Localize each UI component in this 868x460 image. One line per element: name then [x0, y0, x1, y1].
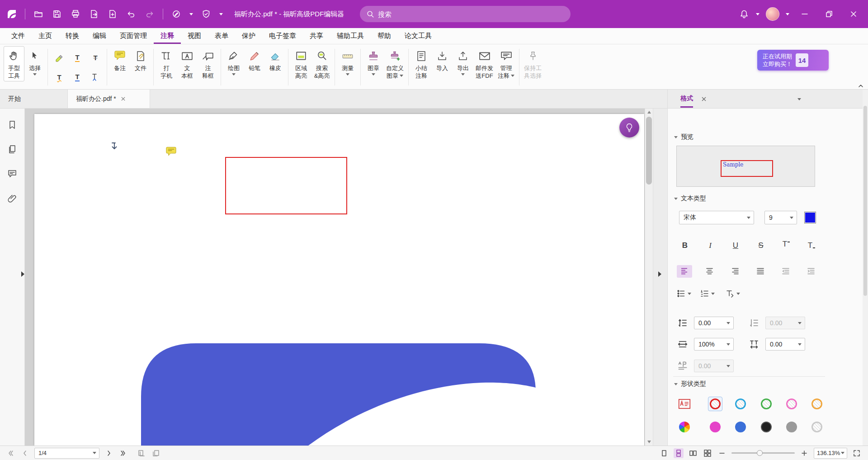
indent-increase-button[interactable]: [803, 265, 819, 278]
tool-select[interactable]: 选择: [24, 46, 45, 77]
bell-caret-icon[interactable]: [756, 13, 760, 15]
underline-button[interactable]: U: [727, 239, 744, 252]
protect-caret-icon[interactable]: [219, 13, 223, 15]
page-number-box[interactable]: 1/4: [34, 448, 99, 459]
panel-scrollbar[interactable]: [863, 90, 868, 446]
prev-view-icon[interactable]: [137, 448, 146, 458]
menu-item-help[interactable]: 帮助: [371, 28, 398, 44]
next-view-icon[interactable]: [151, 448, 161, 458]
font-family-select[interactable]: 宋体: [679, 211, 754, 224]
section-preview[interactable]: 预览: [674, 133, 693, 141]
single-page-view-icon[interactable]: [659, 448, 669, 458]
menu-item-esign[interactable]: 电子签章: [262, 28, 303, 44]
comments-panel-icon[interactable]: [8, 169, 17, 178]
tool-search-highlight[interactable]: 搜索 &高亮: [311, 46, 332, 81]
tool-export[interactable]: 导出: [453, 46, 473, 77]
zoom-level-box[interactable]: 136.13%: [814, 448, 847, 459]
tool-squiggly-text[interactable]: T: [50, 67, 68, 87]
menu-item-file[interactable]: 文件: [5, 28, 32, 44]
tool-hand[interactable]: 手型 工具: [4, 46, 24, 81]
last-page-icon[interactable]: [118, 448, 128, 458]
next-page-icon[interactable]: [104, 448, 114, 458]
smart-tip-bulb-button[interactable]: [619, 118, 639, 138]
attachments-panel-icon[interactable]: [8, 194, 17, 203]
tab-start[interactable]: 开始: [0, 90, 68, 108]
tool-summary-notes[interactable]: 小结 注释: [411, 46, 432, 81]
font-size-select[interactable]: 9: [764, 211, 797, 224]
search-input[interactable]: [378, 10, 564, 18]
zoom-slider-handle[interactable]: [757, 450, 763, 456]
first-page-icon[interactable]: [5, 448, 15, 458]
continuous-view-icon[interactable]: [674, 448, 684, 458]
textbox-style-button[interactable]: [678, 398, 691, 409]
shape-color-gray[interactable]: [786, 422, 797, 432]
shape-color-orange[interactable]: [811, 398, 822, 409]
quick-tools-caret-icon[interactable]: [189, 13, 193, 15]
app-logo-icon[interactable]: [6, 9, 17, 19]
document-canvas[interactable]: [25, 109, 653, 446]
trial-buy-banner[interactable]: 正在试用期立即购买！ 14: [757, 50, 829, 71]
tool-highlight[interactable]: [50, 48, 68, 67]
text-direction-button[interactable]: [726, 287, 740, 300]
align-right-button[interactable]: [727, 265, 743, 278]
italic-button[interactable]: I: [702, 239, 718, 252]
close-button[interactable]: [844, 5, 863, 23]
horizontal-scale-select[interactable]: 100%: [694, 338, 734, 351]
open-file-icon[interactable]: [33, 9, 44, 19]
tool-eraser[interactable]: 橡皮: [265, 46, 286, 74]
line-spacing-select[interactable]: 0.00: [694, 317, 734, 329]
menu-item-comment[interactable]: 注释: [154, 28, 181, 44]
shape-color-white[interactable]: [811, 422, 822, 432]
panel-collapse-icon[interactable]: [658, 271, 661, 277]
bookmarks-panel-icon[interactable]: [8, 120, 17, 129]
export-pdf-icon[interactable]: [89, 9, 99, 19]
undo-icon[interactable]: [126, 9, 137, 19]
zoom-in-icon[interactable]: [799, 448, 809, 458]
protect-badge-icon[interactable]: [201, 9, 212, 19]
strikethrough-button[interactable]: S: [753, 239, 769, 252]
menu-item-accessibility[interactable]: 辅助工具: [330, 28, 371, 44]
menu-item-paper-tools[interactable]: 论文工具: [398, 28, 439, 44]
pages-panel-icon[interactable]: [8, 145, 17, 154]
subscript-button[interactable]: T: [803, 239, 820, 252]
scroll-up-icon[interactable]: [647, 111, 651, 114]
bullet-list-button[interactable]: [677, 287, 691, 300]
superscript-button[interactable]: T: [778, 237, 794, 251]
fullscreen-icon[interactable]: [852, 448, 862, 458]
tool-stamp[interactable]: 图章: [363, 46, 384, 77]
tool-custom-stamp[interactable]: 自定义 图章: [384, 46, 406, 81]
facing-continuous-view-icon[interactable]: [703, 448, 712, 458]
print-icon[interactable]: [70, 9, 81, 19]
tool-import[interactable]: 导入: [432, 46, 453, 74]
tool-underline-text[interactable]: T: [68, 48, 86, 67]
shape-color-green[interactable]: [761, 398, 772, 409]
char-spacing-select[interactable]: 0.00: [765, 338, 805, 351]
shape-color-magenta[interactable]: [710, 422, 721, 432]
ribbon-collapse-icon[interactable]: [858, 84, 863, 88]
menu-item-form[interactable]: 表单: [208, 28, 235, 44]
tool-manage-notes[interactable]: 管理 注释: [495, 46, 517, 81]
pdf-page[interactable]: [34, 114, 644, 446]
panel-options-caret-icon[interactable]: [797, 98, 801, 100]
note-annotation-icon[interactable]: [165, 147, 177, 156]
restore-button[interactable]: [820, 5, 838, 23]
tool-note[interactable]: 备注: [109, 46, 130, 74]
section-shape-type[interactable]: 形状类型: [674, 380, 706, 388]
facing-view-icon[interactable]: [688, 448, 698, 458]
tool-file-attachment[interactable]: 文件: [130, 46, 151, 74]
menu-item-convert[interactable]: 转换: [59, 28, 86, 44]
menu-item-home[interactable]: 主页: [32, 28, 59, 44]
format-panel-close-icon[interactable]: [701, 96, 707, 102]
menu-item-page-manage[interactable]: 页面管理: [113, 28, 154, 44]
redo-icon[interactable]: [144, 9, 155, 19]
format-panel-tab[interactable]: 格式: [680, 95, 693, 104]
section-text-type[interactable]: 文本类型: [674, 194, 706, 203]
tool-replace-text[interactable]: T: [68, 67, 86, 87]
zoom-out-icon[interactable]: [717, 448, 727, 458]
numbered-list-button[interactable]: [700, 287, 715, 300]
scroll-down-icon[interactable]: [647, 441, 651, 443]
tool-textbox[interactable]: 文 本框: [177, 46, 198, 81]
align-justify-button[interactable]: [753, 265, 768, 278]
shape-color-black[interactable]: [761, 422, 772, 432]
menu-item-edit[interactable]: 编辑: [86, 28, 113, 44]
